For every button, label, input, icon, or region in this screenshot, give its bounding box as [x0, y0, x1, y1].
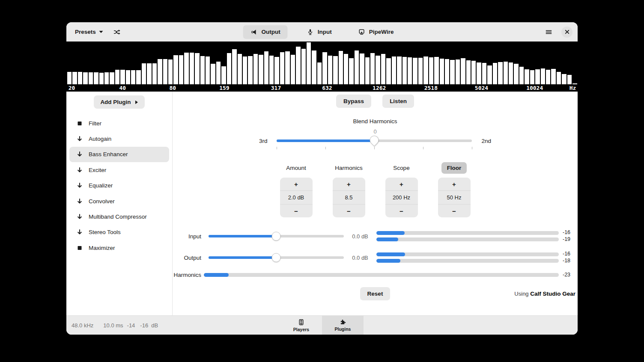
plugin-item-label: Convolver: [89, 198, 115, 205]
spectrum-bar: [423, 56, 428, 84]
floor-spin-group: Floor+50 Hz−: [438, 161, 471, 217]
bottom-tab-plugins[interactable]: Plugins: [322, 316, 364, 335]
sidebar-item-convolver[interactable]: Convolver: [69, 193, 169, 209]
amount-decrement-button[interactable]: −: [280, 205, 313, 217]
plugin-item-label: Maximizer: [89, 245, 115, 251]
spectrum-bar: [482, 63, 486, 84]
meter-fill: [376, 237, 398, 241]
spectrum-bar: [408, 57, 412, 84]
presets-menu-button[interactable]: Presets: [72, 26, 107, 38]
sidebar-item-bass-enhancer[interactable]: Bass Enhancer: [69, 147, 169, 162]
blend-harmonics-title: Blend Harmonics: [353, 118, 397, 125]
bypass-button[interactable]: Bypass: [336, 95, 371, 108]
harmonics-decrement-button[interactable]: −: [333, 205, 365, 217]
spectrum-bar: [136, 70, 140, 84]
spectrum-bar: [179, 55, 183, 84]
spectrum-bar: [83, 72, 87, 84]
sidebar-item-filter[interactable]: Filter: [69, 116, 169, 131]
puzzle-icon: [340, 319, 346, 325]
spectrum-bar: [190, 53, 194, 84]
spectrum-bar: [466, 60, 471, 84]
input-level-meter: [376, 231, 559, 235]
device-tab-output[interactable]: Output: [243, 25, 288, 39]
harmonics-spinbutton: +8.5−: [333, 178, 365, 217]
sidebar-item-stereo-tools[interactable]: Stereo Tools: [69, 225, 169, 240]
monitor-icon: [358, 29, 365, 36]
listen-button[interactable]: Listen: [382, 95, 414, 108]
arrow-down-icon: [77, 167, 83, 173]
plugin-list: FilterAutogainBass EnhancerExciterEquali…: [66, 116, 172, 256]
freq-label: Hz: [569, 85, 576, 91]
spectrum-bar: [104, 72, 109, 84]
spectrum-bar: [525, 69, 529, 84]
sidebar-item-maximizer[interactable]: Maximizer: [69, 240, 169, 255]
spectrum-bar: [211, 64, 215, 84]
bottom-tab-players[interactable]: Players: [280, 316, 322, 335]
slider-tick: [423, 147, 423, 149]
floor-decrement-button[interactable]: −: [438, 205, 471, 217]
stat-value: -14: [127, 322, 135, 329]
output-meter-value: -16: [563, 251, 575, 257]
sidebar-item-multiband-compressor[interactable]: Multiband Compressor: [69, 209, 169, 224]
spectrum-bar: [115, 70, 119, 84]
stat-value: 48.0 kHz: [72, 322, 93, 329]
slider-handle[interactable]: [272, 253, 281, 262]
shuffle-presets-button[interactable]: [111, 27, 123, 38]
add-plugin-button[interactable]: Add Plugin: [94, 95, 144, 109]
speaker-icon: [250, 29, 258, 36]
spectrum-bar: [344, 54, 348, 84]
bottom-tab-label: Players: [293, 327, 309, 332]
harmonics-increment-button[interactable]: +: [333, 178, 365, 190]
slider-handle[interactable]: [368, 134, 381, 147]
meter-fill: [376, 259, 400, 263]
slider-fill: [277, 139, 374, 142]
sidebar-item-exciter[interactable]: Exciter: [69, 162, 169, 178]
scope-value[interactable]: 200 Hz: [385, 190, 418, 205]
main-menu-button[interactable]: [543, 27, 555, 38]
output-level-row: Output0.0 dB-16-18: [173, 251, 578, 264]
input-gain-slider[interactable]: [209, 231, 344, 241]
floor-toggle-button[interactable]: Floor: [441, 162, 467, 174]
spectrum-bar: [562, 74, 566, 85]
freq-label: 632: [322, 85, 332, 91]
caret-down-icon: [99, 30, 103, 33]
spectrum-bar: [227, 53, 231, 85]
output-gain-slider[interactable]: [209, 253, 344, 262]
slider-handle[interactable]: [272, 232, 281, 241]
slider-tick: [374, 147, 375, 149]
scope-increment-button[interactable]: +: [385, 178, 418, 190]
spectrum-bar: [232, 49, 236, 84]
device-tab-pipewire[interactable]: PipeWire: [351, 25, 401, 39]
amount-increment-button[interactable]: +: [280, 178, 313, 190]
harmonics-value[interactable]: 8.5: [333, 190, 365, 205]
spectrum-bar: [328, 56, 332, 84]
device-tab-input[interactable]: Input: [300, 25, 339, 39]
blend-harmonics-slider[interactable]: [277, 136, 472, 145]
close-window-button[interactable]: [561, 27, 572, 38]
spectrum-bar: [535, 69, 540, 84]
spectrum-bar: [551, 69, 555, 84]
harmonics-label: Harmonics: [335, 165, 363, 171]
spectrum-bar: [301, 49, 306, 84]
input-label: Input: [173, 233, 201, 240]
spectrum-bar: [376, 56, 380, 84]
spectrum-bar: [445, 59, 449, 84]
spectrum-bar: [546, 70, 550, 84]
floor-value[interactable]: 50 Hz: [438, 190, 471, 205]
spectrum-bar: [370, 53, 375, 84]
reset-button[interactable]: Reset: [360, 287, 391, 300]
scope-decrement-button[interactable]: −: [385, 205, 418, 217]
spectrum-bar: [72, 72, 77, 84]
sidebar-item-autogain[interactable]: Autogain: [69, 131, 169, 146]
spectrum-analyzer: 20408015931763212622518502410024Hz: [66, 42, 578, 92]
sidebar-item-equalizer[interactable]: Equalizer: [69, 178, 169, 193]
spectrum-bar: [386, 58, 391, 84]
floor-increment-button[interactable]: +: [438, 178, 471, 190]
spectrum-bar: [381, 54, 385, 84]
arrow-down-icon: [77, 214, 83, 220]
amount-value[interactable]: 2.0 dB: [280, 190, 313, 205]
arrow-down-icon: [77, 182, 83, 189]
spectrum-bar: [147, 63, 151, 84]
easyeffects-window: Presets OutputInputPipeWire: [66, 22, 578, 335]
plugin-item-label: Multiband Compressor: [89, 214, 147, 220]
